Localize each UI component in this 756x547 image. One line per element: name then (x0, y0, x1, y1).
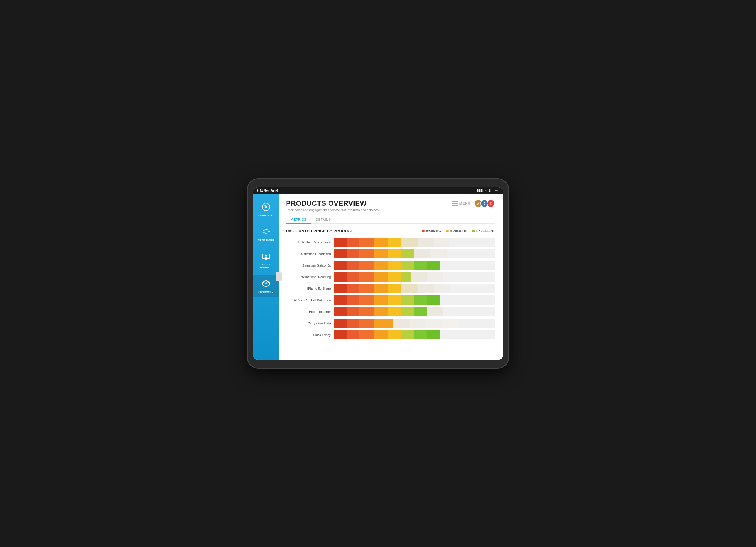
bar-track (334, 295, 495, 305)
bar-segment (347, 295, 360, 305)
bar-segment (359, 238, 374, 247)
bar-segment (414, 249, 430, 258)
dashboard-label: DASHBOARD (257, 214, 274, 217)
bar-segment (401, 272, 411, 282)
bar-segment (374, 261, 388, 270)
campaigns-label: CAMPAIGNS (258, 239, 274, 241)
bar-segment (427, 330, 440, 339)
svg-line-18 (263, 282, 266, 284)
bar-segment (374, 307, 388, 316)
sidebar: DASHBOARD CAMP (253, 194, 279, 360)
avatar-group: A B C (474, 199, 495, 208)
menu-dot (456, 203, 458, 204)
sidebar-item-campaigns[interactable]: CAMPAIGNS (253, 223, 279, 245)
bar-track (334, 330, 495, 339)
bar-segment (334, 319, 347, 328)
bar-segment (374, 272, 388, 282)
bar-segment (334, 295, 347, 305)
menu-dot (454, 205, 456, 206)
bar-row: iPhone 5c Share (286, 284, 495, 293)
bar-segment (347, 249, 360, 258)
menu-dot (456, 201, 458, 202)
warning-label: WARNING (426, 229, 441, 232)
bar-segment (334, 261, 347, 270)
avatar-3: C (487, 199, 495, 208)
bar-row: Better Together (286, 307, 495, 316)
bar-segment (359, 307, 374, 316)
bar-label: All You Can Eat Data Plan (286, 298, 331, 302)
bar-segment (414, 261, 427, 270)
sidebar-item-products[interactable]: PRODUCTS (253, 275, 279, 297)
tab-metrics[interactable]: METRICS (286, 216, 311, 224)
bar-row: All You Can Eat Data Plan (286, 295, 495, 305)
bar-segment (401, 249, 414, 258)
media-sources-icon (262, 252, 270, 262)
bar-segment (414, 330, 427, 339)
excellent-dot (472, 230, 475, 232)
products-label: PRODUCTS (258, 291, 273, 293)
sidebar-item-media-sources[interactable]: MEDIA SOURCES (253, 248, 279, 273)
sidebar-item-dashboard[interactable]: DASHBOARD (253, 198, 279, 221)
bar-segment (427, 272, 443, 282)
bar-row: Unlimited Calls & Texts (286, 238, 495, 247)
bar-chart: Unlimited Calls & TextsUnlimited Broadba… (286, 238, 495, 339)
svg-point-1 (265, 206, 267, 208)
tab-details[interactable]: DETAILS (311, 216, 335, 224)
svg-line-6 (264, 205, 266, 206)
bar-segment (414, 295, 427, 305)
bar-label: Samsung Galaxy 5s (286, 264, 331, 267)
bar-segment (401, 295, 414, 305)
bar-segment (393, 319, 410, 328)
bar-segment (359, 319, 374, 328)
main-content: PRODUCTS OVERVIEW Track sales and engage… (279, 194, 503, 360)
bar-segment (374, 284, 388, 293)
bar-segment (334, 284, 347, 293)
collapse-sidebar-button[interactable]: ‹ (276, 272, 282, 281)
bar-track (334, 272, 495, 282)
bar-segment (359, 330, 374, 339)
bar-segment (374, 238, 388, 247)
bar-label: Better Together (286, 310, 331, 313)
bar-segment (401, 330, 414, 339)
bar-segment (334, 249, 347, 258)
bar-row: Carry Over Data (286, 319, 495, 328)
svg-line-3 (268, 205, 269, 205)
bar-segment (334, 330, 347, 339)
page-title: PRODUCTS OVERVIEW (286, 199, 379, 208)
battery-level: 100% (492, 189, 499, 192)
chart-section: DISCOUNTED PRICE BY PRODUCT WARNING MODE… (286, 229, 495, 339)
svg-line-19 (264, 281, 268, 283)
bar-segment (334, 307, 347, 316)
bar-segment (347, 319, 360, 328)
bar-segment (401, 284, 418, 293)
bar-segment (347, 272, 360, 282)
tablet-screen: 9:41 Mon Jun 6 ▋▋▋ ≋ 🔋 100% (253, 187, 503, 360)
wifi-icon: ≋ (485, 189, 487, 192)
tablet-shell: 9:41 Mon Jun 6 ▋▋▋ ≋ 🔋 100% (248, 179, 508, 368)
bar-segment (347, 330, 360, 339)
excellent-label: EXCELLENT (476, 229, 495, 232)
bar-segment (347, 238, 360, 247)
bar-segment (374, 295, 388, 305)
bar-label: Unlimited Calls & Texts (286, 241, 331, 244)
bar-track (334, 284, 495, 293)
menu-button[interactable]: MENU (452, 201, 471, 206)
bar-segment (374, 249, 388, 258)
bar-segment (442, 319, 458, 328)
legend-excellent: EXCELLENT (472, 229, 495, 232)
bar-segment (374, 330, 388, 339)
menu-dot (456, 205, 458, 206)
signal-icon: ▋▋▋ (477, 189, 483, 192)
bar-label: Carry Over Data (286, 322, 331, 325)
bar-segment (411, 272, 427, 282)
bar-segment (430, 249, 447, 258)
bar-segment (410, 319, 426, 328)
bar-segment (427, 307, 443, 316)
bar-segment (388, 307, 401, 316)
app-body: DASHBOARD CAMP (253, 194, 503, 360)
menu-dot (454, 203, 456, 204)
bar-row: Unlimited Broadband (286, 249, 495, 258)
bar-segment (374, 319, 393, 328)
bar-segment (434, 238, 450, 247)
dashboard-icon (261, 202, 271, 213)
